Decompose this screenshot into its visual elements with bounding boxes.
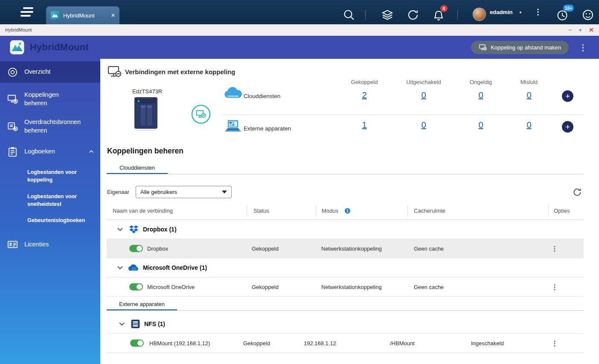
plus-icon: + [565, 92, 570, 100]
sidebar-subitem-speedtest-logs[interactable]: Logbestanden voor snelheidstest [0, 191, 96, 210]
row-options-icon[interactable]: ⋮ [550, 339, 559, 347]
connection-status: Gekoppeld [243, 340, 270, 347]
username-label[interactable]: edadmin [490, 9, 512, 15]
tab-cloud-services[interactable]: Clouddiensten [107, 165, 168, 171]
connection-status: Gekoppeld [252, 284, 279, 290]
topbar-divider [457, 10, 458, 20]
app-title: HybridMount [30, 42, 89, 53]
tab-title: HybridMount [63, 12, 108, 19]
sidebar-item-overview[interactable]: Overzicht [0, 61, 100, 83]
add-external-mount-button[interactable]: + [562, 121, 573, 133]
table-row[interactable]: HBMount (192.168.1.12) Gekoppeld 192.168… [107, 334, 584, 353]
chevron-down-icon[interactable] [118, 321, 125, 328]
mount-toggle[interactable] [129, 283, 143, 291]
sidebar-item-logs[interactable]: Logboeken [0, 143, 100, 161]
connection-name: Microsoft OneDrive [147, 284, 195, 290]
cloud-services-icon [223, 85, 243, 101]
count-cloud-failed[interactable]: 0 [499, 90, 559, 100]
nas-device-icon [132, 96, 160, 131]
assistant-icon[interactable] [581, 8, 595, 22]
column-header-mounted: Gekoppeld [334, 79, 394, 85]
connection-mode: Netwerkstationkoppeling [321, 246, 382, 252]
recent-tasks-button[interactable]: 10+ [555, 8, 569, 22]
maximize-icon[interactable]: + [579, 27, 582, 33]
sidebar-subitem-event-logs[interactable]: Gebeurtenislogboeken [0, 214, 100, 226]
sidebar-item-manage-mounts[interactable]: Koppelingen beheren [0, 88, 100, 110]
mount-toggle[interactable] [129, 245, 143, 252]
count-ext-failed[interactable]: 0 [499, 120, 559, 130]
sidebar-subitem-mount-logs[interactable]: Logbestanden voor koppeling [0, 166, 96, 186]
table-row[interactable]: Dropbox Gekoppeld Netwerkstationkoppelin… [107, 239, 584, 258]
hybridmount-logo-icon [9, 40, 25, 55]
count-ext-disabled[interactable]: 0 [394, 120, 454, 130]
sidebar-item-transfer-resources[interactable]: Overdrachtsbronnen beheren [0, 116, 100, 137]
remote-connections-icon [107, 65, 122, 78]
sidebar-item-label: Koppelingen beheren [24, 91, 79, 107]
tabbar-divider [107, 174, 584, 174]
notifications-button[interactable]: 8 [432, 8, 445, 22]
remote-mount-button[interactable]: Koppeling op afstand maken [471, 41, 569, 54]
owner-select[interactable]: Alle gebruikers [136, 186, 232, 198]
sidebar-item-licenses[interactable]: Licenties [0, 234, 100, 255]
window-close-icon[interactable]: ✕ [589, 27, 594, 33]
window-titlebar: HybridMount − + ✕ [0, 24, 599, 36]
count-cloud-disabled[interactable]: 0 [394, 90, 454, 100]
group-label[interactable]: NFS (1) [144, 321, 165, 327]
user-avatar[interactable] [473, 8, 486, 21]
user-menu-caret-icon[interactable]: ▼ [519, 11, 522, 14]
overview-icon [7, 66, 18, 78]
chevron-down-icon[interactable] [116, 226, 124, 233]
toggle-knob [137, 341, 143, 346]
topbar-more-icon[interactable]: ⋮ [534, 7, 542, 17]
add-cloud-mount-button[interactable]: + [562, 90, 573, 102]
app-header-more-icon[interactable]: ⋮ [579, 43, 587, 52]
table-row[interactable]: Microsoft OneDrive Gekoppeld Netwerkstat… [107, 277, 584, 297]
sync-status-icon[interactable] [406, 8, 420, 22]
remote-mount-button-label: Koppeling op afstand maken [491, 44, 561, 51]
remote-mount-icon [479, 44, 487, 51]
info-icon[interactable] [344, 208, 351, 214]
refresh-table-icon[interactable] [572, 187, 582, 197]
toggle-knob [137, 284, 142, 290]
row-options-icon[interactable]: ⋮ [550, 283, 559, 291]
column-header-disabled: Uitgeschakeld [394, 79, 454, 85]
chevron-down-icon[interactable] [116, 264, 124, 272]
count-ext-mounted[interactable]: 1 [334, 120, 394, 130]
connection-path: /HBMount [390, 340, 415, 347]
chevron-up-icon[interactable] [88, 149, 94, 155]
tab-external-devices[interactable]: Externe apparaten [107, 301, 177, 307]
connection-ip: 192.168.1.12 [304, 340, 336, 347]
connection-state: Ingeschakeld [471, 340, 504, 347]
minimize-icon[interactable]: − [568, 27, 572, 33]
table-header-name: Naam van de verbinding [113, 208, 173, 214]
overview-row-divider [222, 115, 584, 115]
overview-row-label: Clouddiensten [244, 93, 280, 99]
sidebar-item-label: Logboeken [24, 147, 55, 156]
group-row-dropbox: Dropbox (1) [107, 220, 584, 239]
app-header: HybridMount Koppeling op afstand maken ⋮ [0, 36, 599, 59]
table-header-options: Opties [554, 208, 570, 214]
group-row-onedrive: Microsoft OneDrive (1) [107, 258, 584, 277]
table-header-cache: Cacheruimte [414, 208, 445, 214]
onedrive-icon [128, 263, 140, 272]
column-divider [316, 206, 316, 216]
row-options-icon[interactable]: ⋮ [550, 245, 559, 253]
connection-cache: Geen cache [414, 246, 444, 252]
sidebar-item-label: Overdrachtsbronnen beheren [24, 118, 88, 135]
dropdown-caret-icon [222, 191, 227, 194]
main-menu-icon[interactable] [20, 7, 33, 19]
mount-toggle[interactable] [130, 340, 144, 347]
tabbar-divider [107, 310, 584, 311]
count-cloud-mounted[interactable]: 2 [334, 90, 394, 100]
tab-close-icon[interactable]: ✕ [111, 12, 115, 18]
table-header-mode: Modus [322, 208, 338, 214]
dropbox-icon [128, 224, 139, 235]
group-label[interactable]: Dropbox (1) [143, 226, 177, 233]
owner-filter-label: Eigenaar [107, 189, 129, 195]
column-divider [407, 206, 408, 216]
search-icon[interactable] [342, 8, 356, 22]
group-label[interactable]: Microsoft OneDrive (1) [143, 264, 207, 271]
background-tasks-icon[interactable] [381, 8, 394, 22]
tab-hybridmount[interactable]: HybridMount ✕ [46, 6, 119, 24]
owner-select-value: Alle gebruikers [140, 189, 177, 195]
